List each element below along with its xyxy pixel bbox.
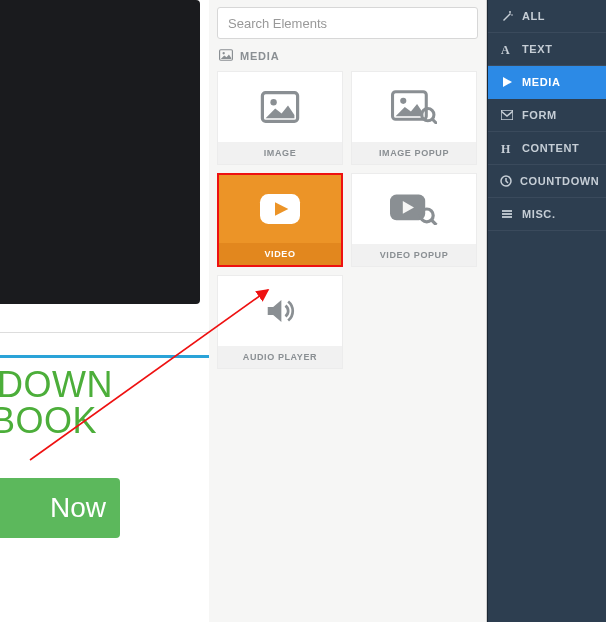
- page-canvas: D DOWN RKBOOK Now: [0, 0, 209, 622]
- svg-point-13: [511, 14, 513, 16]
- tile-image[interactable]: IMAGE: [217, 71, 343, 165]
- download-button-label: Now: [50, 492, 106, 524]
- headline-line-2: RKBOOK: [0, 400, 209, 442]
- category-header-label: MEDIA: [240, 50, 279, 62]
- sidebar-item-text[interactable]: A TEXT: [488, 33, 606, 66]
- canvas-selected-text[interactable]: D DOWN RKBOOK: [0, 355, 209, 460]
- svg-text:A: A: [501, 43, 510, 55]
- sidebar-item-content[interactable]: H CONTENT: [488, 132, 606, 165]
- heading-icon: H: [500, 142, 514, 154]
- image-popup-icon: [352, 72, 476, 142]
- sidebar-item-all[interactable]: ALL: [488, 0, 606, 33]
- search-input[interactable]: [217, 7, 478, 39]
- sidebar-item-label: FORM: [522, 109, 557, 121]
- svg-line-7: [432, 119, 437, 124]
- sidebar-item-label: COUNTDOWN: [520, 175, 599, 187]
- sidebar-item-form[interactable]: FORM: [488, 99, 606, 132]
- svg-text:H: H: [501, 142, 511, 154]
- tile-image-popup[interactable]: IMAGE POPUP: [351, 71, 477, 165]
- svg-point-3: [270, 99, 276, 105]
- canvas-divider: [0, 332, 209, 333]
- category-header: MEDIA: [209, 39, 486, 71]
- svg-point-1: [223, 52, 225, 54]
- audio-icon: [218, 276, 342, 346]
- tile-label: VIDEO: [219, 243, 341, 265]
- svg-rect-15: [501, 110, 513, 120]
- envelope-icon: [500, 110, 514, 120]
- play-icon: [500, 76, 514, 88]
- tile-video[interactable]: VIDEO: [219, 175, 341, 265]
- tile-audio-player[interactable]: AUDIO PLAYER: [217, 275, 343, 369]
- sidebar-item-label: CONTENT: [522, 142, 579, 154]
- font-icon: A: [500, 43, 514, 55]
- magic-icon: [500, 10, 514, 22]
- svg-point-5: [400, 98, 406, 104]
- list-icon: [500, 208, 514, 220]
- clock-icon: [500, 175, 512, 187]
- tile-label: IMAGE POPUP: [352, 142, 476, 164]
- sidebar-item-label: MEDIA: [522, 76, 560, 88]
- tile-label: VIDEO POPUP: [352, 244, 476, 266]
- category-sidebar: ALL A TEXT MEDIA FORM H CONTENT COUNTDOW…: [487, 0, 606, 622]
- elements-panel: MEDIA IMAGE IMAGE POPUP VIDEO: [209, 0, 487, 622]
- canvas-dark-block: [0, 0, 200, 304]
- sidebar-item-label: MISC.: [522, 208, 556, 220]
- sidebar-item-label: ALL: [522, 10, 545, 22]
- image-icon: [219, 49, 233, 63]
- sidebar-item-media[interactable]: MEDIA: [488, 66, 606, 99]
- video-popup-icon: [352, 174, 476, 244]
- svg-line-11: [432, 220, 437, 225]
- video-icon: [219, 175, 341, 243]
- tile-label: AUDIO PLAYER: [218, 346, 342, 368]
- sidebar-item-countdown[interactable]: COUNTDOWN: [488, 165, 606, 198]
- sidebar-item-label: TEXT: [522, 43, 553, 55]
- download-button[interactable]: Now: [0, 478, 120, 538]
- tile-video-popup[interactable]: VIDEO POPUP: [351, 173, 477, 267]
- headline-line-1: D DOWN: [0, 358, 209, 406]
- elements-grid: IMAGE IMAGE POPUP VIDEO VIDEO POPUP: [209, 71, 486, 369]
- svg-point-12: [509, 11, 511, 13]
- sidebar-item-misc[interactable]: MISC.: [488, 198, 606, 231]
- tile-label: IMAGE: [218, 142, 342, 164]
- tile-video-selection: VIDEO: [217, 173, 343, 267]
- image-icon: [218, 72, 342, 142]
